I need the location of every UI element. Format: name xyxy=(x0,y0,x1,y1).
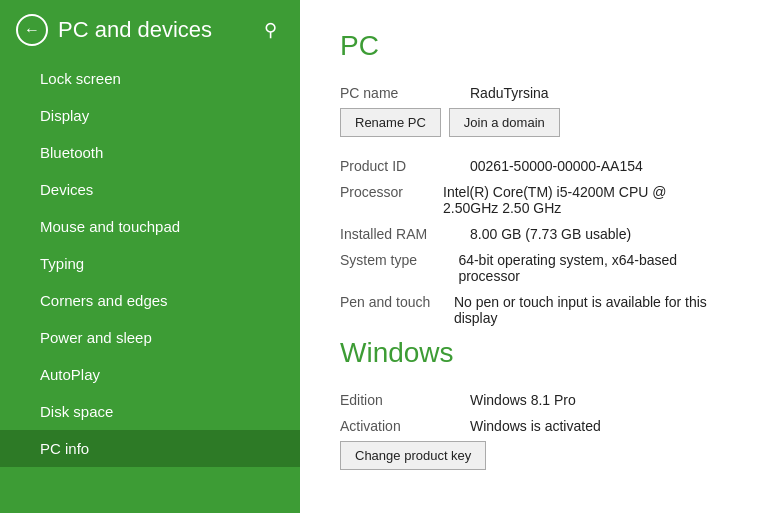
sidebar-item-bluetooth[interactable]: Bluetooth xyxy=(0,134,300,171)
nav-list: Lock screenDisplayBluetoothDevicesMouse … xyxy=(0,60,300,513)
back-button[interactable]: ← xyxy=(16,14,48,46)
sidebar-item-display[interactable]: Display xyxy=(0,97,300,134)
pc-name-label: PC name xyxy=(340,82,470,104)
windows-fields: EditionWindows 8.1 ProActivationWindows … xyxy=(340,389,717,437)
field-label: Processor xyxy=(340,181,443,203)
sidebar-item-pc-info[interactable]: PC info xyxy=(0,430,300,467)
change-product-key-button[interactable]: Change product key xyxy=(340,441,486,470)
search-icon: ⚲ xyxy=(264,19,277,41)
pc-name-row: PC name RaduTyrsina xyxy=(340,82,717,104)
sidebar-item-devices[interactable]: Devices xyxy=(0,171,300,208)
field-value: 64-bit operating system, x64-based proce… xyxy=(458,249,717,287)
field-value: Windows 8.1 Pro xyxy=(470,389,576,411)
sidebar-item-corners-edges[interactable]: Corners and edges xyxy=(0,282,300,319)
sidebar-item-autoplay[interactable]: AutoPlay xyxy=(0,356,300,393)
sidebar-item-disk-space[interactable]: Disk space xyxy=(0,393,300,430)
pc-name-value: RaduTyrsina xyxy=(470,82,549,104)
field-label: Product ID xyxy=(340,155,470,177)
info-row: ProcessorIntel(R) Core(TM) i5-4200M CPU … xyxy=(340,181,717,219)
pc-action-buttons: Rename PC Join a domain xyxy=(340,108,717,137)
field-value: Windows is activated xyxy=(470,415,601,437)
info-row: ActivationWindows is activated xyxy=(340,415,717,437)
sidebar-item-lock-screen[interactable]: Lock screen xyxy=(0,60,300,97)
field-value: 00261-50000-00000-AA154 xyxy=(470,155,643,177)
info-row: System type64-bit operating system, x64-… xyxy=(340,249,717,287)
field-label: System type xyxy=(340,249,458,271)
sidebar: ← PC and devices ⚲ Lock screenDisplayBlu… xyxy=(0,0,300,513)
pc-section-title: PC xyxy=(340,30,717,62)
main-content: PC PC name RaduTyrsina Rename PC Join a … xyxy=(300,0,757,513)
info-row: Product ID00261-50000-00000-AA154 xyxy=(340,155,717,177)
field-value: No pen or touch input is available for t… xyxy=(454,291,717,329)
sidebar-title: PC and devices xyxy=(58,17,246,43)
field-label: Pen and touch xyxy=(340,291,454,313)
pc-fields: Product ID00261-50000-00000-AA154Process… xyxy=(340,155,717,329)
windows-action-buttons: Change product key xyxy=(340,441,717,470)
field-label: Edition xyxy=(340,389,470,411)
windows-section-title: Windows xyxy=(340,337,717,369)
info-row: Installed RAM8.00 GB (7.73 GB usable) xyxy=(340,223,717,245)
windows-section: Windows EditionWindows 8.1 ProActivation… xyxy=(340,337,717,470)
sidebar-item-typing[interactable]: Typing xyxy=(0,245,300,282)
sidebar-header: ← PC and devices ⚲ xyxy=(0,0,300,60)
field-label: Installed RAM xyxy=(340,223,470,245)
search-button[interactable]: ⚲ xyxy=(256,16,284,44)
sidebar-item-mouse-touchpad[interactable]: Mouse and touchpad xyxy=(0,208,300,245)
sidebar-item-power-sleep[interactable]: Power and sleep xyxy=(0,319,300,356)
field-value: Intel(R) Core(TM) i5-4200M CPU @ 2.50GHz… xyxy=(443,181,717,219)
rename-pc-button[interactable]: Rename PC xyxy=(340,108,441,137)
back-icon: ← xyxy=(24,21,40,39)
info-row: Pen and touchNo pen or touch input is av… xyxy=(340,291,717,329)
info-row: EditionWindows 8.1 Pro xyxy=(340,389,717,411)
field-label: Activation xyxy=(340,415,470,437)
join-domain-button[interactable]: Join a domain xyxy=(449,108,560,137)
field-value: 8.00 GB (7.73 GB usable) xyxy=(470,223,631,245)
